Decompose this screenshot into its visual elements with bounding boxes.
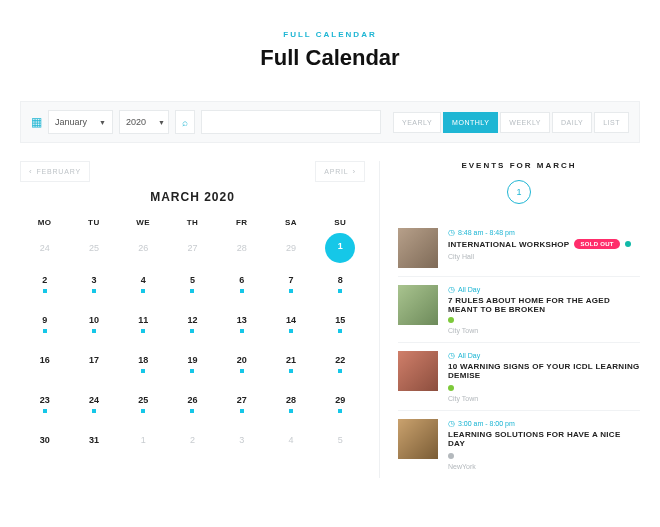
calendar-day[interactable]: 12: [168, 315, 217, 339]
status-dot: [448, 453, 454, 459]
month-select[interactable]: January ▼: [48, 110, 113, 134]
event-dot: [141, 289, 145, 293]
calendar-day[interactable]: 18: [119, 355, 168, 379]
event-dot: [141, 369, 145, 373]
calendar-day[interactable]: 27: [217, 395, 266, 419]
calendar-day[interactable]: 7: [266, 275, 315, 299]
search-input[interactable]: [201, 110, 381, 134]
event-title: LEARNING SOLUTIONS FOR HAVE A NICE DAY: [448, 430, 640, 448]
prev-month-button[interactable]: ‹ FEBRUARY: [20, 161, 90, 182]
calendar-day[interactable]: 23: [20, 395, 69, 419]
sold-out-badge: SOLD OUT: [574, 239, 619, 249]
calendar-day: 24: [20, 243, 69, 259]
event-time: ◷8:48 am - 8:48 pm: [448, 228, 640, 237]
calendar-day[interactable]: 25: [119, 395, 168, 419]
event-thumbnail: [398, 351, 438, 391]
event-dot: [92, 289, 96, 293]
calendar-day[interactable]: 21: [266, 355, 315, 379]
calendar-day[interactable]: 24: [69, 395, 118, 419]
calendar-day[interactable]: 13: [217, 315, 266, 339]
calendar-day: 29: [266, 243, 315, 259]
calendar-icon: ▦: [31, 115, 42, 129]
event-thumbnail: [398, 228, 438, 268]
event-dot: [289, 409, 293, 413]
next-month-label: APRIL: [324, 168, 348, 175]
calendar-day[interactable]: 26: [168, 395, 217, 419]
view-weekly[interactable]: WEEKLY: [500, 112, 550, 133]
calendar-day: 2: [168, 435, 217, 451]
calendar-day[interactable]: 30: [20, 435, 69, 451]
event-location: City Town: [448, 395, 640, 402]
calendar-day[interactable]: 1: [316, 243, 365, 259]
calendar-day[interactable]: 6: [217, 275, 266, 299]
calendar-day[interactable]: 8: [316, 275, 365, 299]
event-item[interactable]: ◷All Day7 RULES ABOUT HOME FOR THE AGED …: [398, 277, 640, 343]
calendar-day[interactable]: 16: [20, 355, 69, 379]
status-dot: [625, 241, 631, 247]
calendar-day[interactable]: 2: [20, 275, 69, 299]
chevron-right-icon: ›: [353, 167, 356, 176]
calendar-day[interactable]: 20: [217, 355, 266, 379]
view-yearly[interactable]: YEARLY: [393, 112, 441, 133]
calendar-day[interactable]: 17: [69, 355, 118, 379]
event-thumbnail: [398, 419, 438, 459]
status-dot: [448, 385, 454, 391]
calendar-day[interactable]: 15: [316, 315, 365, 339]
event-dot: [92, 409, 96, 413]
calendar-grid: MOTUWETHFRSASU24252627282912345678910111…: [20, 218, 365, 451]
calendar-day[interactable]: 22: [316, 355, 365, 379]
prev-month-label: FEBRUARY: [36, 168, 80, 175]
calendar-day[interactable]: 10: [69, 315, 118, 339]
clock-icon: ◷: [448, 228, 455, 237]
weekday-header: WE: [119, 218, 168, 227]
weekday-header: FR: [217, 218, 266, 227]
eyebrow: FULL CALENDAR: [20, 30, 640, 39]
event-dot: [289, 329, 293, 333]
event-time: ◷All Day: [448, 285, 640, 294]
event-dot: [338, 369, 342, 373]
chevron-down-icon: ▼: [99, 119, 106, 126]
weekday-header: SA: [266, 218, 315, 227]
clock-icon: ◷: [448, 351, 455, 360]
event-location: City Hall: [448, 253, 640, 260]
calendar-day: 1: [119, 435, 168, 451]
event-dot: [190, 369, 194, 373]
calendar-day[interactable]: 14: [266, 315, 315, 339]
calendar-day[interactable]: 3: [69, 275, 118, 299]
clock-icon: ◷: [448, 285, 455, 294]
weekday-header: SU: [316, 218, 365, 227]
event-item[interactable]: ◷3:00 am - 8:00 pmLEARNING SOLUTIONS FOR…: [398, 411, 640, 478]
calendar-day: 25: [69, 243, 118, 259]
view-list[interactable]: LIST: [594, 112, 629, 133]
view-daily[interactable]: DAILY: [552, 112, 592, 133]
view-switcher: YEARLY MONTHLY WEEKLY DAILY LIST: [393, 112, 629, 133]
calendar-day: 28: [217, 243, 266, 259]
event-list: ◷8:48 am - 8:48 pmINTERNATIONAL WORKSHOP…: [398, 220, 640, 478]
calendar-day[interactable]: 31: [69, 435, 118, 451]
next-month-button[interactable]: APRIL ›: [315, 161, 365, 182]
event-item[interactable]: ◷8:48 am - 8:48 pmINTERNATIONAL WORKSHOP…: [398, 220, 640, 277]
event-location: City Town: [448, 327, 640, 334]
calendar-day[interactable]: 19: [168, 355, 217, 379]
event-dot: [289, 369, 293, 373]
view-monthly[interactable]: MONTHLY: [443, 112, 498, 133]
event-title: 7 RULES ABOUT HOME FOR THE AGED MEANT TO…: [448, 296, 640, 314]
search-button[interactable]: ⌕: [175, 110, 195, 134]
weekday-header: TU: [69, 218, 118, 227]
calendar-day[interactable]: 11: [119, 315, 168, 339]
calendar-day[interactable]: 4: [119, 275, 168, 299]
calendar-day[interactable]: 29: [316, 395, 365, 419]
calendar-day[interactable]: 28: [266, 395, 315, 419]
event-time: ◷3:00 am - 8:00 pm: [448, 419, 640, 428]
calendar-day[interactable]: 9: [20, 315, 69, 339]
events-day-chip[interactable]: 1: [507, 180, 531, 204]
calendar-day[interactable]: 5: [168, 275, 217, 299]
event-dot: [240, 329, 244, 333]
event-dot: [43, 409, 47, 413]
event-title: INTERNATIONAL WORKSHOP: [448, 240, 569, 249]
year-select[interactable]: 2020 ▼: [119, 110, 169, 134]
event-item[interactable]: ◷All Day10 WARNING SIGNS OF YOUR ICDL LE…: [398, 343, 640, 411]
event-dot: [43, 329, 47, 333]
event-thumbnail: [398, 285, 438, 325]
event-dot: [338, 289, 342, 293]
